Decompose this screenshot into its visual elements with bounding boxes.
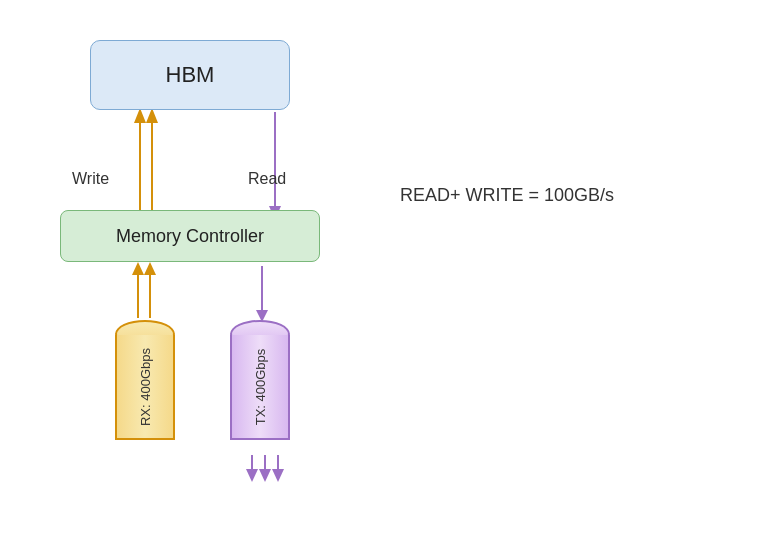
svg-marker-7 xyxy=(132,262,144,275)
svg-marker-17 xyxy=(272,469,284,482)
memory-controller-box: Memory Controller xyxy=(60,210,320,262)
tx-cylinder-body: TX: 400Gbps xyxy=(230,335,290,440)
tx-cylinder: TX: 400Gbps xyxy=(230,320,290,450)
hbm-label: HBM xyxy=(166,62,215,88)
svg-marker-9 xyxy=(144,262,156,275)
hbm-box: HBM xyxy=(90,40,290,110)
read-label: Read xyxy=(248,170,286,188)
write-label: Write xyxy=(72,170,109,188)
rx-cylinder: RX: 400Gbps xyxy=(115,320,175,450)
svg-marker-3 xyxy=(146,108,158,123)
svg-marker-1 xyxy=(134,108,146,123)
info-text: READ+ WRITE = 100GB/s xyxy=(400,185,614,206)
diagram-container: HBM Write Read Memory Controller RX: 400… xyxy=(30,20,400,530)
tx-label: TX: 400Gbps xyxy=(253,348,268,425)
svg-marker-13 xyxy=(246,469,258,482)
memory-controller-label: Memory Controller xyxy=(116,226,264,247)
rx-cylinder-body: RX: 400Gbps xyxy=(115,335,175,440)
svg-marker-15 xyxy=(259,469,271,482)
rx-label: RX: 400Gbps xyxy=(138,347,153,425)
